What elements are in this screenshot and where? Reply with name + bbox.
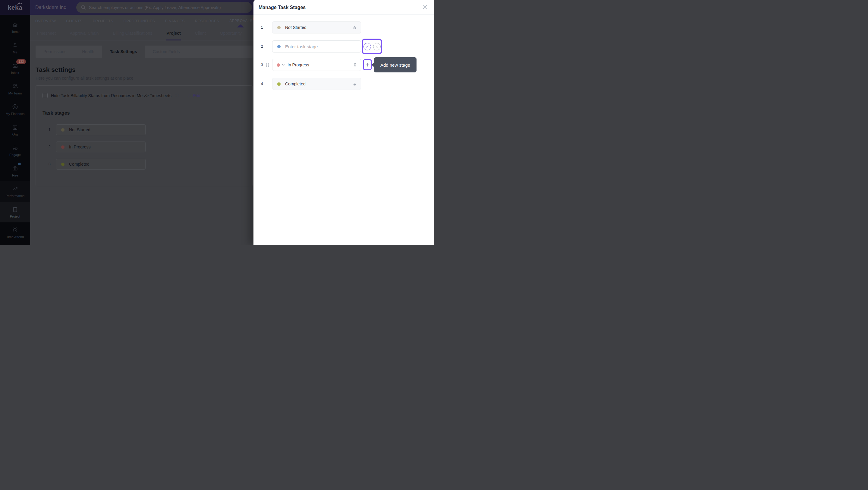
stage-label: In Progress — [69, 145, 91, 149]
stage-label: Completed — [285, 82, 306, 86]
drag-handle-icon[interactable] — [266, 62, 269, 67]
stage-number: 3 — [47, 159, 52, 170]
nav-projects[interactable]: PROJECTS — [93, 19, 113, 23]
tab-permissions[interactable]: Permissions — [36, 46, 74, 58]
sidebar-item-engage[interactable]: Engage — [0, 140, 30, 161]
nav-overview[interactable]: OVERVIEW — [35, 19, 56, 23]
sidebar-item-label: Home — [10, 30, 19, 33]
sidebar-item-label: Hire — [12, 173, 18, 177]
app-root: keka Darksiders Inc Home Me 133 Inbox My… — [0, 0, 434, 245]
tab-task-settings[interactable]: Task Settings — [102, 46, 145, 58]
close-icon[interactable] — [422, 4, 428, 10]
tab-health[interactable]: Health — [74, 46, 102, 58]
stage-color-dot — [277, 26, 281, 29]
search-input[interactable] — [89, 5, 234, 10]
logo-spark-icon — [17, 1, 22, 5]
inbox-count-badge: 133 — [16, 59, 26, 64]
stage-label: Not Started — [285, 25, 307, 30]
sidebar-item-my-team[interactable]: My Team — [0, 79, 30, 99]
stage-label: Not Started — [69, 127, 90, 132]
sidebar-item-label: Org — [12, 133, 18, 136]
stage-color-dot — [61, 163, 64, 166]
active-nav-pointer — [237, 24, 244, 27]
stage-label: Completed — [69, 162, 90, 167]
add-new-stage-tooltip: Add new stage — [374, 57, 416, 73]
company-name: Darksiders Inc — [35, 0, 66, 15]
engage-icon — [12, 145, 19, 151]
subnav-timesheet[interactable]: Timesheet — [36, 27, 56, 40]
page-title: Task settings — [36, 66, 76, 73]
confirm-buttons-highlight — [362, 39, 382, 54]
hire-icon — [12, 165, 19, 172]
sidebar-item-inbox[interactable]: 133 Inbox — [0, 58, 30, 79]
nav-finances[interactable]: FINANCES — [165, 19, 185, 23]
stage-color-dot — [277, 82, 281, 86]
svg-text:$: $ — [14, 105, 16, 109]
stage-color-dot — [61, 128, 64, 132]
stage-number: 1 — [47, 124, 52, 135]
panel-title: Manage Task Stages — [258, 0, 306, 15]
time-attend-icon — [12, 227, 19, 233]
stage-color-dot — [61, 145, 64, 149]
new-stage-input[interactable] — [285, 44, 339, 49]
me-icon — [12, 42, 19, 49]
subnav-approval-chain[interactable]: Approval Chain — [70, 27, 99, 40]
panel-stage-number: 1 — [259, 22, 264, 33]
sidebar-item-my-finances[interactable]: $ My Finances — [0, 99, 30, 120]
subnav-opportunity[interactable]: Opportunity — [220, 27, 242, 40]
billability-setting-row: Hide Task Billability Status from Resour… — [42, 93, 200, 98]
plus-icon — [365, 62, 370, 67]
panel-stage-number: 2 — [259, 40, 264, 53]
panel-stage-row-editable: In Progress — [272, 59, 361, 71]
tab-bar: Permissions Health Task Settings Custom … — [36, 46, 253, 58]
hide-billability-label: Hide Task Billability Status from Resour… — [51, 93, 172, 98]
nav-opportunities[interactable]: OPPORTUNITIES — [124, 19, 155, 23]
sidebar-item-label: Me — [13, 50, 17, 54]
x-icon — [375, 45, 378, 48]
stage-row: Completed — [56, 159, 146, 170]
tab-custom-fields[interactable]: Custom Fields — [145, 46, 187, 58]
tooltip-arrow — [372, 62, 374, 67]
chevron-down-icon[interactable] — [281, 63, 285, 67]
subnav-client[interactable]: Client — [195, 27, 206, 40]
stage-row: In Progress — [56, 142, 146, 152]
org-icon — [12, 124, 19, 131]
cancel-stage-button[interactable] — [373, 43, 381, 50]
trash-icon[interactable] — [352, 62, 358, 67]
tooltip-label: Add new stage — [380, 62, 410, 67]
subnav-billing-classifications[interactable]: Billing Classifications — [113, 27, 153, 40]
sidebar-item-me[interactable]: Me — [0, 38, 30, 58]
stage-row: Not Started — [56, 124, 146, 135]
nav-clients[interactable]: CLIENTS — [66, 19, 82, 23]
add-stage-button-highlight — [363, 59, 372, 70]
sidebar-item-hire[interactable]: Hire — [0, 161, 30, 181]
sidebar-item-time-attend[interactable]: Time Attend — [0, 222, 30, 243]
page-subtitle: Here you can configure all task settings… — [36, 76, 133, 81]
edit-button[interactable]: Edit — [187, 93, 200, 98]
global-search[interactable] — [76, 2, 252, 13]
panel-stage-row-locked: Not Started — [272, 22, 361, 33]
stage-label: In Progress — [287, 62, 309, 67]
nav-resources[interactable]: RESOURCES — [195, 19, 219, 23]
panel-stage-number: 3 — [259, 59, 264, 71]
sidebar-item-label: Time Attend — [6, 235, 24, 239]
add-stage-button[interactable] — [365, 62, 370, 67]
performance-icon — [12, 185, 19, 192]
stage-number: 2 — [47, 142, 52, 152]
keka-logo[interactable]: keka — [0, 0, 30, 15]
sidebar: Home Me 133 Inbox My Team $ My Finances … — [0, 15, 30, 245]
sidebar-item-performance[interactable]: Performance — [0, 181, 30, 202]
sidebar-item-label: Inbox — [11, 71, 19, 75]
confirm-stage-button[interactable] — [364, 43, 371, 50]
sidebar-item-label: Engage — [9, 153, 21, 156]
subnav-project[interactable]: Project — [166, 27, 181, 40]
sidebar-item-org[interactable]: Org — [0, 120, 30, 140]
manage-task-stages-panel: Manage Task Stages 1 Not Started 2 3 In … — [253, 0, 434, 245]
sidebar-item-home[interactable]: Home — [0, 17, 30, 38]
project-icon — [12, 206, 19, 213]
sidebar-item-project[interactable]: Project — [0, 202, 30, 222]
hide-billability-checkbox[interactable] — [42, 93, 48, 98]
stage-color-dot — [277, 45, 281, 48]
stage-color-dot[interactable] — [277, 63, 280, 67]
info-icon[interactable] — [174, 93, 179, 98]
